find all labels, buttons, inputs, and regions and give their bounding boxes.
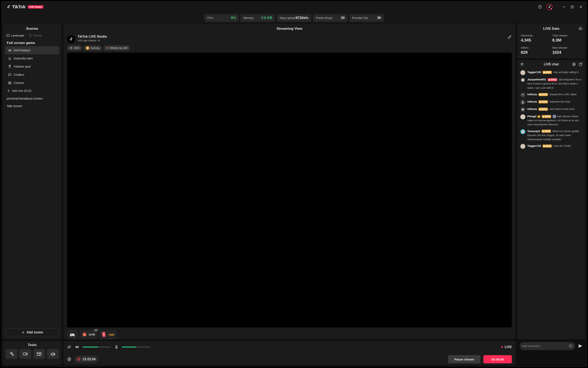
svg-rect-5 xyxy=(29,34,31,37)
svg-rect-4 xyxy=(7,35,9,37)
orientation-landscape[interactable]: Landscape xyxy=(6,34,24,37)
stat-cpu: CPU8% xyxy=(204,14,239,22)
orientation-portrait-label: Portrait xyxy=(33,34,42,37)
source-label: Camera xyxy=(14,81,24,84)
weekly-top-chip[interactable]: Weekly top 100 xyxy=(103,45,130,51)
bell-icon xyxy=(8,56,12,60)
source-label: Dell Display2 xyxy=(14,49,30,52)
add-new-label: Add new (5/10) xyxy=(12,89,31,92)
svg-rect-10 xyxy=(8,82,11,84)
svg-point-8 xyxy=(10,50,11,51)
add-new-source[interactable]: Add new (5/10) xyxy=(3,87,62,95)
weekly-top-label: Weekly top 100 xyxy=(110,47,127,49)
fire-icon xyxy=(106,47,109,49)
svg-point-14 xyxy=(72,47,72,48)
stats-bar: CPU8% Memory0.6 GB Kbps upload872kb/s Fr… xyxy=(1,12,294,24)
tiktok-logo-icon xyxy=(6,5,11,9)
source-chatbox[interactable]: Chatbox xyxy=(5,71,59,79)
gaming-label: Gaming xyxy=(90,47,99,49)
scene-talk-screen[interactable]: Talk screen xyxy=(3,102,62,110)
source-follower-goal[interactable]: Follower goal xyxy=(5,63,59,71)
camera-icon xyxy=(8,81,12,85)
source-label: Chatbox xyxy=(14,73,24,76)
stream-preview[interactable] xyxy=(67,53,294,184)
title-bar: TikTok LIVE Studio xyxy=(1,1,294,12)
scene-personal-broadcast[interactable]: personal broadcast screen xyxy=(3,95,62,102)
orientation-landscape-label: Landscape xyxy=(11,34,24,37)
people-icon xyxy=(69,46,73,50)
chat-icon xyxy=(8,73,12,76)
plus-icon xyxy=(7,89,10,93)
source-label: Follower goal xyxy=(14,65,30,68)
stat-upload: Kbps upload872kb/s xyxy=(277,14,294,22)
svg-point-13 xyxy=(70,47,71,48)
source-dell-display[interactable]: Dell Display2 xyxy=(5,46,59,54)
gaming-chip[interactable]: Gaming xyxy=(84,45,102,51)
viewers-chip: 452k xyxy=(67,45,82,51)
viewers-count: 452k xyxy=(74,47,79,49)
source-label: Subscribe alert xyxy=(14,57,33,60)
brand: TikTok LIVE Studio xyxy=(6,4,43,9)
gamepad-icon xyxy=(8,48,12,52)
medal-icon xyxy=(8,65,12,68)
plus-circle-icon xyxy=(86,46,89,50)
room-avatar xyxy=(67,35,75,43)
svg-point-9 xyxy=(9,66,10,68)
source-camera[interactable]: Camera xyxy=(5,79,59,87)
streaming-view-panel: Streaming View TikTok LIVE Studio Let's … xyxy=(63,24,294,184)
brand-live-badge: LIVE Studio xyxy=(28,5,43,9)
verified-icon xyxy=(98,39,100,42)
streaming-view-title: Streaming View xyxy=(63,24,294,34)
orientation-portrait[interactable]: Portrait xyxy=(28,34,42,37)
svg-point-11 xyxy=(9,83,10,84)
scenes-title: Scenes xyxy=(3,24,62,34)
brand-name: TikTok xyxy=(12,4,26,9)
room-title: TikTok LIVE Studio xyxy=(78,35,107,38)
scene-group-title[interactable]: Full screen game xyxy=(3,39,62,46)
stat-memory: Memory0.6 GB xyxy=(241,14,275,22)
scenes-panel: Scenes Landscape Portrait Full screen ga… xyxy=(3,24,62,184)
source-subscribe-alert[interactable]: Subscribe alert xyxy=(5,54,59,63)
room-subtitle: Let's get started xyxy=(78,39,96,42)
